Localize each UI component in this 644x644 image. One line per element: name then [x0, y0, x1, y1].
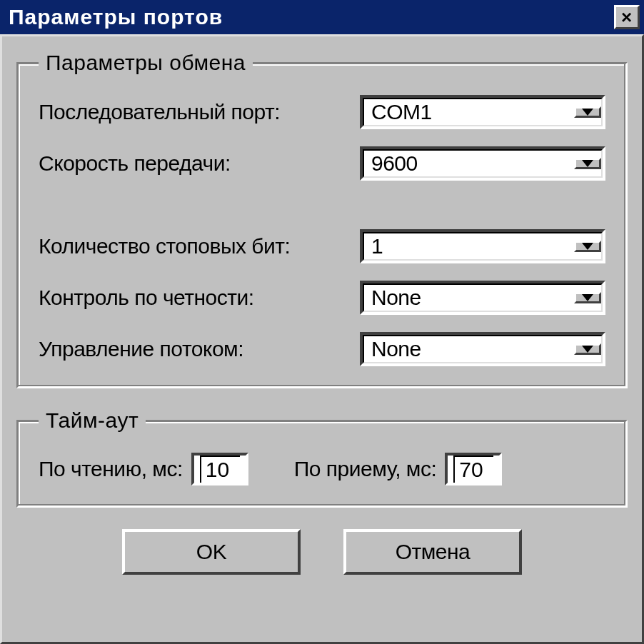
button-row: OK Отмена: [16, 529, 628, 575]
svg-marker-0: [582, 109, 593, 116]
dialog-body: Параметры обмена Последовательный порт: …: [0, 34, 644, 644]
parity-value: None: [364, 286, 574, 310]
baud-rate-value: 9600: [364, 151, 574, 176]
window-title: Параметры портов: [9, 5, 223, 29]
recv-timeout-label: По приему, мс:: [294, 457, 437, 481]
serial-port-value: COM1: [364, 100, 574, 124]
chevron-down-icon: [574, 292, 601, 303]
svg-marker-2: [582, 243, 593, 250]
cancel-button[interactable]: Отмена: [343, 529, 522, 575]
timeout-legend: Тайм-аут: [39, 408, 146, 433]
chevron-down-icon: [574, 106, 601, 118]
cancel-button-label: Отмена: [396, 540, 471, 564]
exchange-legend: Параметры обмена: [39, 51, 253, 75]
flow-control-label: Управление потоком:: [39, 337, 360, 361]
timeout-group: Тайм-аут По чтению, мс: 10 По приему, мс…: [16, 408, 628, 508]
titlebar: Параметры портов ×: [0, 0, 644, 34]
read-timeout-value: 10: [206, 458, 229, 482]
svg-marker-3: [582, 294, 593, 301]
close-icon: ×: [621, 6, 633, 28]
stop-bits-value: 1: [364, 234, 574, 258]
serial-port-label: Последовательный порт:: [39, 100, 360, 124]
svg-marker-4: [582, 346, 593, 353]
serial-port-dropdown[interactable]: COM1: [360, 95, 605, 129]
parity-label: Контроль по четности:: [39, 286, 360, 310]
exchange-group: Параметры обмена Последовательный порт: …: [16, 51, 628, 388]
baud-rate-label: Скорость передачи:: [39, 151, 360, 176]
stop-bits-label: Количество стоповых бит:: [39, 234, 360, 258]
chevron-down-icon: [574, 343, 601, 355]
chevron-down-icon: [574, 158, 601, 169]
stop-bits-dropdown[interactable]: 1: [360, 229, 605, 263]
svg-marker-1: [582, 160, 593, 167]
flow-control-value: None: [364, 337, 574, 361]
recv-timeout-input[interactable]: 70: [445, 453, 502, 485]
flow-control-dropdown[interactable]: None: [360, 332, 605, 366]
ok-button-label: OK: [196, 540, 226, 564]
recv-timeout-value: 70: [459, 458, 483, 482]
close-button[interactable]: ×: [614, 5, 640, 29]
read-timeout-label: По чтению, мс:: [39, 457, 183, 481]
read-timeout-input[interactable]: 10: [191, 453, 248, 485]
parity-dropdown[interactable]: None: [360, 281, 605, 315]
ok-button[interactable]: OK: [122, 529, 301, 575]
chevron-down-icon: [574, 241, 601, 252]
baud-rate-dropdown[interactable]: 9600: [360, 146, 605, 181]
